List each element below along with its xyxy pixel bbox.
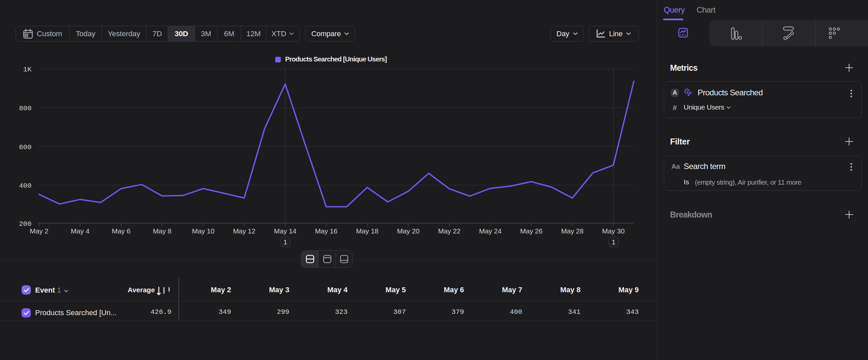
- svg-text:400: 400: [19, 182, 31, 190]
- svg-text:600: 600: [19, 143, 31, 151]
- svg-text:May 30: May 30: [602, 227, 625, 235]
- svg-text:May 8: May 8: [153, 227, 172, 235]
- svg-text:May 12: May 12: [233, 227, 256, 235]
- svg-text:May 6: May 6: [112, 227, 130, 235]
- svg-text:May 4: May 4: [71, 227, 90, 235]
- svg-text:May 2: May 2: [30, 227, 49, 235]
- svg-text:May 20: May 20: [397, 227, 420, 235]
- svg-text:May 10: May 10: [192, 227, 215, 235]
- svg-text:800: 800: [19, 105, 31, 112]
- svg-text:May 14: May 14: [274, 227, 297, 235]
- svg-text:May 28: May 28: [561, 227, 584, 235]
- svg-text:May 16: May 16: [315, 227, 338, 235]
- svg-text:May 18: May 18: [356, 227, 379, 235]
- svg-text:May 24: May 24: [479, 227, 502, 235]
- svg-text:May 22: May 22: [438, 227, 461, 235]
- svg-text:May 26: May 26: [520, 227, 543, 235]
- svg-text:200: 200: [19, 220, 31, 228]
- svg-text:1K: 1K: [23, 66, 32, 74]
